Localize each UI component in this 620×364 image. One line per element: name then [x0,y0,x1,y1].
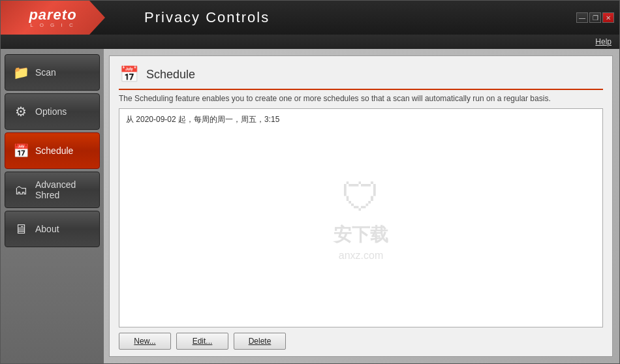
sidebar-item-advanced-shred-label: Advanced Shred [35,179,93,200]
helpbar: Help [1,35,619,49]
panel-title: Schedule [146,68,195,82]
minimize-button[interactable]: — [576,12,588,23]
delete-button[interactable]: Delete [234,333,286,350]
main-content: 📁 Scan ⚙ Options 📅 Schedule 🗂 Advanced S… [1,49,619,363]
scan-icon: 📁 [12,63,30,82]
sidebar-item-options[interactable]: ⚙ Options [5,93,100,130]
schedule-list-container: 从 2020-09-02 起，每周的周一，周五，3:15 🛡 安下载 anxz.… [119,108,603,327]
sidebar: 📁 Scan ⚙ Options 📅 Schedule 🗂 Advanced S… [1,49,104,363]
content-panel: 📅 Schedule The Scheduling feature enable… [109,55,613,357]
schedule-list[interactable]: 从 2020-09-02 起，每周的周一，周五，3:15 [119,108,603,327]
panel-header: 📅 Schedule [119,64,603,90]
sidebar-item-schedule[interactable]: 📅 Schedule [5,132,100,169]
options-icon: ⚙ [12,102,30,121]
close-button[interactable]: ✕ [602,12,614,23]
sidebar-item-schedule-label: Schedule [35,145,73,156]
titlebar-left: pareto L O G I C Privacy Controls [1,1,270,35]
main-window: pareto L O G I C Privacy Controls — ❐ ✕ … [0,0,620,364]
sidebar-item-about[interactable]: 🖥 About [5,211,100,247]
app-title: Privacy Controls [144,9,270,26]
restore-button[interactable]: ❐ [589,12,601,23]
sidebar-item-advanced-shred[interactable]: 🗂 Advanced Shred [5,172,100,208]
sidebar-item-about-label: About [35,224,59,234]
schedule-entry: 从 2020-09-02 起，每周的周一，周五，3:15 [123,113,598,127]
edit-button[interactable]: Edit... [176,333,228,350]
sidebar-item-scan[interactable]: 📁 Scan [5,54,100,91]
logo-area: pareto L O G I C [1,1,105,35]
titlebar: pareto L O G I C Privacy Controls — ❐ ✕ [1,1,619,35]
sidebar-item-scan-label: Scan [35,67,56,78]
new-button[interactable]: New... [119,333,171,350]
titlebar-buttons: — ❐ ✕ [576,12,614,23]
sidebar-item-options-label: Options [35,106,67,117]
logo-text: pareto [29,8,76,22]
panel-header-icon: 📅 [119,64,140,85]
help-link[interactable]: Help [595,37,612,46]
schedule-icon: 📅 [12,142,30,160]
logo-subtext: L O G I C [30,22,76,28]
about-icon: 🖥 [12,220,30,238]
button-row: New... Edit... Delete [119,333,603,350]
panel-description: The Scheduling feature enables you to cr… [119,94,603,103]
advanced-shred-icon: 🗂 [12,181,30,199]
